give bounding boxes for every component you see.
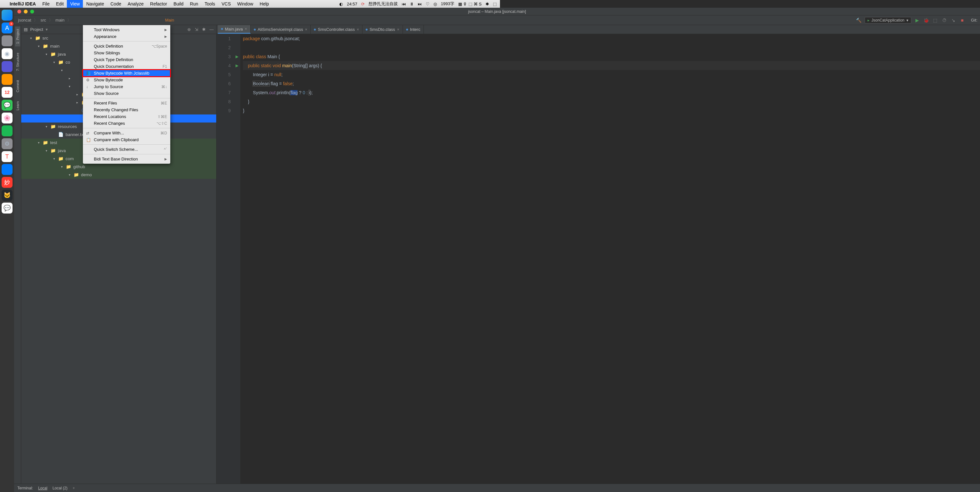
- close-icon[interactable]: ×: [305, 27, 307, 32]
- dock-launchpad-icon[interactable]: [2, 35, 13, 46]
- menu-item-show-bytecode-with-jclasslib[interactable]: 📘Show Bytecode With Jclasslib: [83, 70, 170, 77]
- menu-item-bidi-text-base-direction[interactable]: Bidi Text Base Direction▶: [83, 156, 170, 162]
- menu-view[interactable]: View: [67, 0, 83, 8]
- dock-calendar-icon[interactable]: 12: [2, 87, 13, 98]
- crumb-1[interactable]: src: [39, 18, 47, 22]
- menu-item-recent-locations[interactable]: Recent Locations⇧⌘E: [83, 113, 170, 120]
- menu-vcs[interactable]: VCS: [218, 0, 234, 8]
- crumb-0[interactable]: jsoncat: [17, 18, 32, 22]
- tab-structure[interactable]: 7: Structure: [15, 50, 20, 73]
- dock-wechat-icon[interactable]: 💬: [2, 203, 13, 214]
- crumb-3[interactable]: Main: [164, 18, 175, 22]
- menu-item-tool-windows[interactable]: Tool Windows▶: [83, 26, 170, 33]
- menu-item-recent-files[interactable]: Recent Files⌘E: [83, 100, 170, 107]
- editor-gutter-icons: ▶▶: [233, 34, 240, 251]
- wifi-icon[interactable]: ⬚: [493, 2, 497, 6]
- dock-app-icon[interactable]: [2, 74, 13, 85]
- dock-downloads-icon[interactable]: [2, 61, 13, 72]
- menu-window[interactable]: Window: [234, 0, 256, 8]
- window-minimize-icon[interactable]: [24, 10, 28, 13]
- menu-tools[interactable]: Tools: [202, 0, 218, 8]
- menu-item-compare-with-[interactable]: ⇄Compare With...⌘D: [83, 129, 170, 136]
- project-dropdown-icon[interactable]: ▤: [24, 27, 28, 32]
- menu-file[interactable]: File: [39, 0, 53, 8]
- menu-item-quick-switch-scheme-[interactable]: Quick Switch Scheme...^`: [83, 146, 170, 153]
- view-menu-dropdown: Tool Windows▶Appearance▶Quick Definition…: [83, 25, 170, 164]
- tab-learn[interactable]: Learn: [15, 99, 20, 113]
- gear-icon[interactable]: ✱: [202, 27, 206, 32]
- dock-app2-icon[interactable]: [2, 164, 13, 175]
- dock-appstore-icon[interactable]: A4: [2, 22, 13, 34]
- editor-tab[interactable]: SmsDto.class×: [363, 25, 402, 34]
- mac-dock: A4 ◉ 12 💬 🌸 ⚙ T 妙 🐱 💬: [0, 8, 14, 251]
- file-icon: [254, 29, 256, 30]
- target-icon[interactable]: ◎: [433, 2, 437, 6]
- menu-item-quick-documentation[interactable]: Quick DocumentationF1: [83, 63, 170, 70]
- menu-item-show-source[interactable]: Show Source: [83, 90, 170, 97]
- menu-help[interactable]: Help: [256, 0, 272, 8]
- close-icon[interactable]: ×: [397, 27, 399, 32]
- menu-item-show-siblings[interactable]: Show Siblings: [83, 50, 170, 56]
- editor-tab[interactable]: SmsController.class×: [311, 25, 363, 34]
- dock-app3-icon[interactable]: 妙: [2, 177, 13, 188]
- tree-row[interactable]: ▾📁github: [21, 163, 216, 171]
- tab-commit[interactable]: Commit: [15, 78, 20, 95]
- gutter-blank: [233, 88, 240, 97]
- dock-finder-icon[interactable]: [2, 10, 13, 21]
- locate-icon[interactable]: ⊕: [187, 27, 191, 32]
- dock-chrome-icon[interactable]: ◉: [2, 48, 13, 59]
- menu-item-jump-to-source[interactable]: ↓Jump to Source⌘↓: [83, 83, 170, 90]
- menu-item-recently-changed-files[interactable]: Recently Changed Files: [83, 107, 170, 113]
- menu-item-quick-definition[interactable]: Quick Definition⌥Space: [83, 43, 170, 50]
- menu-item-recent-changes[interactable]: Recent Changes⌥⇧C: [83, 120, 170, 127]
- status-icon: ◐: [339, 2, 343, 6]
- media-next-icon[interactable]: ⏭: [418, 2, 422, 6]
- file-icon: [221, 28, 223, 30]
- menu-build[interactable]: Build: [170, 0, 187, 8]
- run-gutter-icon[interactable]: ▶: [233, 52, 240, 61]
- menu-item-compare-with-clipboard[interactable]: 📋Compare with Clipboard: [83, 136, 170, 143]
- dock-spotify-icon[interactable]: [2, 125, 13, 136]
- menu-code[interactable]: Code: [107, 0, 124, 8]
- menu-edit[interactable]: Edit: [53, 0, 67, 8]
- menu-refactor[interactable]: Refactor: [147, 0, 170, 8]
- menu-navigate[interactable]: Navigate: [83, 0, 107, 8]
- editor-tab[interactable]: Interc: [403, 25, 424, 34]
- menu-item-quick-type-definition[interactable]: Quick Type Definition: [83, 56, 170, 63]
- app-name[interactable]: IntelliJ IDEA: [6, 1, 39, 6]
- dock-textedit-icon[interactable]: T: [2, 151, 13, 162]
- heart-icon[interactable]: ♡: [426, 2, 430, 6]
- expand-icon[interactable]: ⇲: [195, 27, 198, 32]
- minimize-icon[interactable]: —: [210, 27, 214, 32]
- dock-photos-icon[interactable]: 🌸: [2, 113, 13, 123]
- menu-run[interactable]: Run: [187, 0, 202, 8]
- gutter-blank: [233, 70, 240, 79]
- editor-code[interactable]: package com.github.jsoncat; public class…: [240, 34, 500, 251]
- bluetooth-icon[interactable]: ✱: [485, 2, 489, 6]
- crumb-2[interactable]: main: [54, 18, 66, 22]
- close-icon[interactable]: ×: [356, 27, 359, 32]
- dock-settings-icon[interactable]: ⚙: [2, 138, 13, 149]
- menu-item-appearance[interactable]: Appearance▶: [83, 33, 170, 40]
- input-method[interactable]: 1993字: [441, 1, 454, 7]
- tab-project[interactable]: 1: Project: [15, 26, 20, 46]
- media-pause-icon[interactable]: ⏸: [410, 2, 414, 6]
- left-tool-gutter: 1: Project 7: Structure Commit Learn: [14, 25, 21, 251]
- menubar-status: ◐ 24:57 ⟳ 想挣扎无法自拔 ⏮ ⏸ ⏭ ♡ ◎ 1993字 ▦ 🎙 ⬚ …: [339, 1, 497, 7]
- breadcrumbs[interactable]: jsoncat〉 src〉 main〉 Main: [17, 18, 175, 23]
- menu-analyze[interactable]: Analyze: [124, 0, 147, 8]
- gutter-blank: [233, 97, 240, 106]
- editor-tab[interactable]: AliSmsServiceImpl.class×: [251, 25, 311, 34]
- editor-gutter: 123456789: [216, 34, 233, 251]
- dock-github-icon[interactable]: 🐱: [2, 190, 13, 201]
- tree-row[interactable]: ▾📁demo: [21, 171, 216, 179]
- media-prev-icon[interactable]: ⏮: [402, 2, 406, 6]
- run-gutter-icon[interactable]: ▶: [233, 61, 240, 70]
- dock-messages-icon[interactable]: 💬: [2, 100, 13, 110]
- window-close-icon[interactable]: [18, 10, 21, 13]
- close-icon[interactable]: ×: [245, 27, 247, 31]
- menu-item-show-bytecode[interactable]: ⚙Show Bytecode: [83, 77, 170, 83]
- chevron-down-icon[interactable]: ▾: [46, 27, 48, 32]
- editor-tab[interactable]: Main.java×: [218, 25, 251, 34]
- window-maximize-icon[interactable]: [30, 10, 34, 13]
